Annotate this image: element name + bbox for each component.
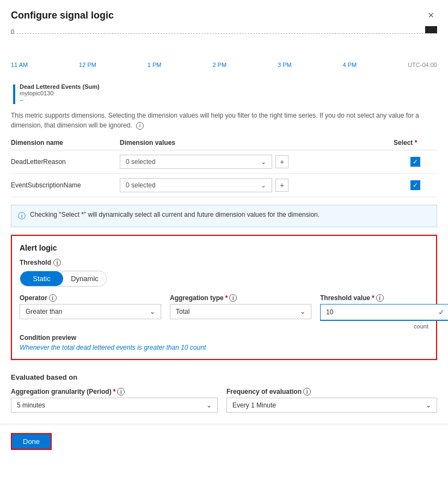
threshold-value-info-icon[interactable]: i bbox=[376, 294, 384, 302]
dim-col-name: Dimension name bbox=[11, 139, 120, 147]
close-button[interactable]: × bbox=[425, 9, 437, 22]
dim-add-button-deadletterreason[interactable]: + bbox=[275, 155, 289, 168]
dimension-info-box: ⓘ Checking "Select *" will dynamically s… bbox=[11, 205, 437, 227]
check-icon: ✓ bbox=[438, 308, 445, 316]
done-button[interactable]: Done bbox=[11, 433, 52, 450]
frequency-label: Frequency of evaluation i bbox=[226, 388, 437, 395]
chart-zero-label: 0 bbox=[11, 28, 14, 35]
dim-checkbox-deadletterreason[interactable]: ✓ bbox=[410, 157, 420, 167]
time-1pm: 1 PM bbox=[148, 62, 162, 68]
dim-select-eventsubscriptionname: ✓ bbox=[394, 180, 437, 190]
condition-preview-label: Condition preview bbox=[20, 334, 428, 342]
dim-col-values: Dimension values bbox=[120, 139, 394, 147]
dim-checkbox-eventsubscriptionname[interactable]: ✓ bbox=[410, 180, 420, 190]
threshold-value-input[interactable]: 10 ✓ bbox=[320, 304, 448, 321]
dimensions-header-row: Dimension name Dimension values Select * bbox=[11, 136, 437, 150]
dim-col-select: Select * bbox=[394, 139, 437, 147]
time-3pm: 3 PM bbox=[278, 62, 292, 68]
evaluated-title: Evaluated based on bbox=[11, 373, 437, 381]
operator-group: Operator i Greater than ⌄ bbox=[20, 294, 161, 321]
operator-chevron-icon: ⌄ bbox=[150, 308, 155, 315]
aggregation-period-select[interactable]: 5 minutes ⌄ bbox=[11, 398, 218, 413]
aggregation-period-info-icon[interactable]: i bbox=[117, 388, 125, 395]
aggregation-type-label: Aggregation type * i bbox=[170, 294, 311, 302]
configure-signal-logic-dialog: Configure signal logic × 0 11 AM 12 PM 1… bbox=[0, 0, 448, 481]
alert-logic-title: Alert logic bbox=[20, 243, 428, 252]
dim-add-button-eventsubscriptionname[interactable]: + bbox=[275, 179, 289, 192]
chart-black-indicator bbox=[425, 26, 437, 33]
aggregation-period-label: Aggregation granularity (Period) * i bbox=[11, 388, 218, 395]
legend-title: Dead Lettered Events (Sum) bbox=[20, 83, 100, 90]
frequency-group: Frequency of evaluation i Every 1 Minute… bbox=[226, 388, 437, 413]
time-utc: UTC-04:00 bbox=[408, 62, 437, 68]
dim-dropdown-eventsubscriptionname[interactable]: 0 selected ⌄ bbox=[120, 178, 272, 192]
info-box-text: Checking "Select *" will dynamically sel… bbox=[30, 211, 320, 218]
condition-preview-text: Whenever the total dead lettered events … bbox=[20, 344, 428, 351]
legend-bar bbox=[13, 84, 15, 104]
frequency-select[interactable]: Every 1 Minute ⌄ bbox=[226, 398, 437, 413]
threshold-info-icon[interactable]: i bbox=[53, 259, 61, 266]
toggle-static-button[interactable]: Static bbox=[20, 271, 63, 286]
chart-legend: Dead Lettered Events (Sum) mytopic0130 -… bbox=[0, 81, 448, 106]
dim-select-deadletterreason: ✓ bbox=[394, 157, 437, 167]
eval-row: Aggregation granularity (Period) * i 5 m… bbox=[11, 388, 437, 413]
frequency-chevron-icon: ⌄ bbox=[426, 401, 431, 409]
time-11am: 11 AM bbox=[11, 62, 28, 68]
operator-info-icon[interactable]: i bbox=[49, 294, 57, 302]
dialog-title: Configure signal logic bbox=[11, 10, 114, 21]
dim-row-eventsubscriptionname: EventSubscriptionName 0 selected ⌄ + ✓ bbox=[11, 174, 437, 197]
metric-info-text: This metric supports dimensions. Selecti… bbox=[0, 106, 448, 136]
operator-select[interactable]: Greater than ⌄ bbox=[20, 304, 161, 319]
evaluated-section: Evaluated based on Aggregation granulari… bbox=[0, 366, 448, 418]
chevron-down-icon-2: ⌄ bbox=[261, 181, 266, 189]
info-icon-inline: i bbox=[136, 122, 144, 130]
time-12pm: 12 PM bbox=[79, 62, 96, 68]
aggregation-period-group: Aggregation granularity (Period) * i 5 m… bbox=[11, 388, 218, 413]
dim-values-deadletterreason: 0 selected ⌄ + bbox=[120, 155, 394, 169]
info-icon: ⓘ bbox=[18, 211, 26, 221]
dim-dropdown-deadletterreason[interactable]: 0 selected ⌄ bbox=[120, 155, 272, 169]
count-label: count bbox=[20, 323, 428, 330]
aggregation-chevron-icon: ⌄ bbox=[300, 308, 305, 315]
threshold-value-label: Threshold value * i bbox=[320, 294, 448, 302]
chart-container: 0 11 AM 12 PM 1 PM 2 PM 3 PM 4 PM UTC-04… bbox=[11, 33, 437, 77]
threshold-toggle-group: Static Dynamic bbox=[20, 271, 107, 287]
legend-content: Dead Lettered Events (Sum) mytopic0130 -… bbox=[20, 83, 100, 103]
alert-logic-section: Alert logic Threshold i Static Dynamic O… bbox=[11, 235, 437, 360]
toggle-dynamic-button[interactable]: Dynamic bbox=[63, 271, 106, 286]
dialog-footer: Done bbox=[0, 424, 448, 459]
time-4pm: 4 PM bbox=[343, 62, 357, 68]
period-chevron-icon: ⌄ bbox=[206, 401, 212, 409]
aggregation-info-icon[interactable]: i bbox=[229, 294, 237, 302]
chevron-down-icon: ⌄ bbox=[261, 158, 266, 166]
operator-label: Operator i bbox=[20, 294, 161, 302]
frequency-info-icon[interactable]: i bbox=[303, 388, 311, 395]
dialog-header: Configure signal logic × bbox=[0, 0, 448, 29]
chart-area: 0 11 AM 12 PM 1 PM 2 PM 3 PM 4 PM UTC-04… bbox=[0, 33, 448, 81]
dim-name-deadletterreason: DeadLetterReason bbox=[11, 158, 120, 166]
dimensions-table: Dimension name Dimension values Select *… bbox=[0, 136, 448, 197]
chart-time-labels: 11 AM 12 PM 1 PM 2 PM 3 PM 4 PM UTC-04:0… bbox=[11, 60, 437, 68]
threshold-value-group: Threshold value * i 10 ✓ bbox=[320, 294, 448, 321]
legend-value: -- bbox=[20, 96, 100, 103]
legend-subtitle: mytopic0130 bbox=[20, 90, 100, 96]
dim-name-eventsubscriptionname: EventSubscriptionName bbox=[11, 181, 120, 189]
alert-logic-form-row: Operator i Greater than ⌄ Aggregation ty… bbox=[20, 294, 428, 321]
aggregation-type-group: Aggregation type * i Total ⌄ bbox=[170, 294, 311, 321]
threshold-label: Threshold i bbox=[20, 259, 428, 266]
dim-values-eventsubscriptionname: 0 selected ⌄ + bbox=[120, 178, 394, 192]
time-2pm: 2 PM bbox=[212, 62, 226, 68]
dim-row-deadletterreason: DeadLetterReason 0 selected ⌄ + ✓ bbox=[11, 150, 437, 174]
aggregation-type-select[interactable]: Total ⌄ bbox=[170, 304, 311, 319]
